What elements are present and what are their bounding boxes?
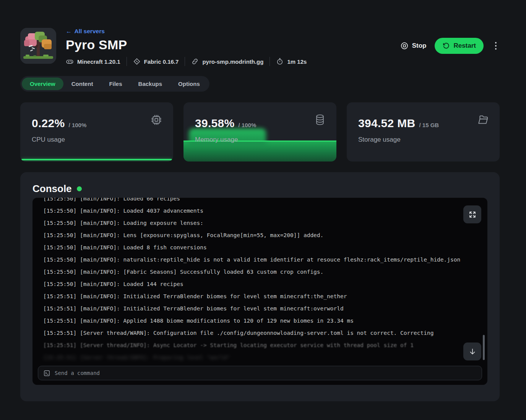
storage-label: Storage usage — [358, 136, 488, 144]
console-line: [15:25:50] [main/INFO]: Loaded 66 recipe… — [43, 198, 487, 205]
console-line: [15:25:51] [Server thread/INFO]: Async L… — [43, 339, 487, 351]
restart-icon — [442, 42, 450, 50]
storage-limit: / 15 GB — [419, 122, 439, 128]
tab-backups[interactable]: Backups — [130, 78, 170, 90]
cpu-usage-bar — [21, 159, 172, 160]
command-input[interactable] — [55, 370, 477, 376]
console-line: [15:25:51] [Server thread/INFO]: Prepari… — [43, 351, 487, 363]
memory-usage-card: 39.58% / 100% Memory usage — [183, 102, 336, 162]
stop-button[interactable]: Stop — [400, 42, 427, 50]
cpu-limit: / 100% — [69, 122, 87, 128]
loader-version: Fabric 0.16.7 — [133, 58, 179, 65]
console-line: [15:25:50] [main/INFO]: Loading exposure… — [43, 217, 487, 229]
all-servers-link[interactable]: ← All servers — [66, 28, 105, 35]
online-status-dot — [77, 186, 82, 191]
more-options-button[interactable] — [492, 40, 500, 52]
kebab-icon — [495, 42, 497, 44]
link-icon — [191, 58, 199, 65]
page-title: Pyro SMP — [66, 37, 307, 52]
tab-files[interactable]: Files — [101, 78, 130, 90]
scroll-to-bottom-button[interactable] — [463, 342, 481, 360]
console-line: [15:25:51] [main/INFO]: Applied 1488 bio… — [43, 315, 487, 327]
console-line: [15:25:51] [Server thread/WARN]: Configu… — [43, 327, 487, 339]
stop-label: Stop — [412, 42, 427, 50]
console-line: [15:25:50] [main/INFO]: Loaded 4037 adva… — [43, 205, 487, 217]
fullscreen-icon — [468, 210, 477, 219]
storage-value: 394.52 MB — [358, 117, 415, 130]
console-scrollbar[interactable] — [483, 335, 485, 360]
uptime-label: 1m 12s — [287, 58, 307, 65]
arrow-down-icon — [468, 347, 477, 356]
server-meta-row: Minecraft 1.20.1 Fabric 0.16.7 — [66, 57, 307, 66]
cpu-value: 0.22% — [32, 117, 65, 130]
console-line: [15:25:50] [main/INFO]: naturalist:repti… — [43, 254, 487, 266]
console-terminal[interactable]: [15:25:50] [main/INFO]: Loaded 66 recipe… — [32, 198, 487, 385]
cpu-icon — [150, 114, 162, 126]
all-servers-label: All servers — [75, 28, 105, 35]
stop-icon — [400, 42, 409, 50]
header-actions: Stop Restart — [400, 38, 500, 54]
restart-label: Restart — [453, 42, 476, 50]
stats-row: 0.22% / 100% CPU usage 39.58% / 100% Mem… — [20, 102, 500, 162]
command-input-wrapper[interactable] — [38, 366, 482, 380]
console-line: [15:25:50] [main/INFO]: [Fabric Seasons]… — [43, 266, 487, 278]
back-arrow-icon: ← — [66, 28, 72, 35]
memory-value: 39.58% — [195, 117, 235, 130]
timer-icon — [276, 58, 284, 65]
console-line: [15:25:50] [main/INFO]: Lens [exposure:s… — [43, 229, 487, 241]
loader-icon — [133, 58, 141, 65]
divider — [269, 57, 270, 66]
cpu-label: CPU usage — [32, 136, 162, 144]
server-address[interactable]: pyro-smp.modrinth.gg — [191, 58, 263, 65]
server-address-label: pyro-smp.modrinth.gg — [202, 58, 263, 65]
console-panel: Console [15:25:50] [main/INFO]: Loaded 6… — [20, 172, 500, 401]
divider — [185, 57, 185, 66]
storage-usage-card: 394.52 MB / 15 GB Storage usage — [347, 102, 500, 162]
memory-limit: / 100% — [239, 122, 257, 128]
console-line: [15:25:50] [main/INFO]: Loaded 144 recip… — [43, 278, 487, 290]
server-avatar — [20, 28, 56, 64]
console-log: [15:25:50] [main/INFO]: Loaded 66 recipe… — [32, 198, 487, 366]
console-line: [15:25:51] [main/INFO]: Initialized Terr… — [43, 290, 487, 302]
console-line: [15:25:51] [main/INFO]: Initialized Terr… — [43, 302, 487, 315]
tree-avatar-image — [20, 28, 56, 64]
cpu-usage-card: 0.22% / 100% CPU usage — [20, 102, 173, 162]
memory-label: Memory usage — [195, 136, 325, 144]
divider — [127, 57, 127, 66]
terminal-prompt-icon — [43, 370, 50, 377]
minecraft-version: Minecraft 1.20.1 — [66, 58, 120, 66]
uptime: 1m 12s — [276, 58, 307, 65]
minecraft-version-label: Minecraft 1.20.1 — [77, 58, 120, 65]
tab-options[interactable]: Options — [170, 78, 208, 90]
expand-console-button[interactable] — [463, 205, 481, 223]
tab-bar: Overview Content Files Backups Options — [20, 76, 209, 92]
console-line: [15:25:50] [main/INFO]: Loaded 8 fish co… — [43, 241, 487, 254]
folder-icon — [476, 114, 489, 125]
server-header: ← All servers Pyro SMP Minecraft 1.20.1 — [20, 0, 500, 66]
console-title: Console — [32, 183, 72, 195]
restart-button[interactable]: Restart — [435, 38, 484, 54]
tab-content[interactable]: Content — [63, 78, 101, 90]
database-icon — [314, 114, 326, 126]
tab-overview[interactable]: Overview — [22, 78, 63, 90]
gamepad-icon — [66, 58, 74, 66]
loader-version-label: Fabric 0.16.7 — [144, 58, 179, 65]
